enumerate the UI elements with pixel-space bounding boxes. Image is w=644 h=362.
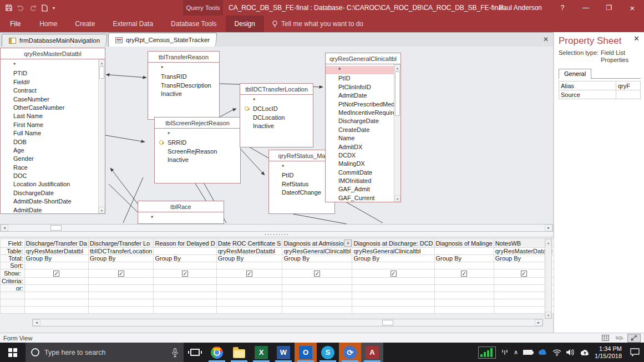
table-box-tbltransferreason[interactable]: tblTransferReason*TransRIDTransRDescript… — [148, 51, 220, 120]
field-item[interactable]: IMOInitiated — [326, 177, 394, 185]
show-checkbox[interactable]: ✓ — [118, 271, 124, 277]
field-item[interactable]: AdmitDate-ShortDate — [1, 197, 98, 206]
taskbar-file-explorer[interactable] — [228, 343, 250, 362]
field-item[interactable]: * — [148, 64, 219, 73]
field-item[interactable]: CreateDate — [326, 126, 394, 134]
field-item[interactable]: GAF_Current — [326, 194, 394, 202]
field-item[interactable]: * — [326, 66, 394, 74]
pane-splitter[interactable] — [0, 232, 553, 237]
table-box-tblscreenrejectreason[interactable]: tblScreenRejectReason*SRRIDScreenRejReas… — [154, 117, 241, 183]
property-value[interactable] — [616, 90, 641, 99]
close-button[interactable]: × — [621, 0, 644, 16]
table-box-title[interactable]: tblScreenRejectReason — [155, 118, 240, 129]
backup-cloud-icon[interactable] — [580, 349, 590, 356]
field-item[interactable]: First Name — [1, 121, 98, 129]
field-item[interactable]: PtClinInfoID — [326, 83, 394, 91]
undo-icon[interactable] — [17, 5, 24, 11]
scroll-right-icon[interactable]: ▸ — [535, 319, 542, 326]
field-item[interactable]: AdmitDate — [326, 91, 394, 100]
grid-cell[interactable] — [88, 299, 154, 307]
scroll-up-icon[interactable]: ▴ — [394, 64, 400, 71]
grid-cell[interactable] — [154, 292, 216, 299]
field-item[interactable]: TransRDescription — [148, 81, 219, 90]
field-item[interactable]: * — [138, 214, 224, 222]
grid-cell[interactable] — [154, 299, 216, 307]
battery-icon[interactable] — [523, 350, 533, 355]
field-item[interactable]: Last Name — [1, 112, 98, 120]
grid-show-cell[interactable]: ✓ — [24, 269, 88, 278]
table-box-qryresmasterdatatbl[interactable]: qryResMasterDatatbl*PTIDField#ContractCa… — [0, 48, 105, 214]
grid-cell[interactable] — [434, 278, 494, 285]
taskbar-chrome[interactable] — [206, 343, 228, 362]
field-item[interactable]: DischargeDate — [326, 117, 394, 125]
grid-cell[interactable] — [154, 285, 216, 292]
start-button[interactable] — [0, 343, 26, 362]
scroll-left-icon[interactable]: ◂ — [33, 319, 40, 326]
grid-cell[interactable] — [154, 307, 216, 314]
grid-table-cell[interactable]: qryResMasterDatatbl — [24, 248, 88, 255]
tab-qryrpt-census-statetracker[interactable]: qryRpt_Census_StateTracker — [108, 33, 217, 47]
table-box-title[interactable]: tblIDCTransferLocation — [240, 84, 313, 95]
field-item[interactable]: CaseNumber — [1, 95, 98, 104]
field-item[interactable]: Location Justification — [1, 180, 98, 188]
grid-cell[interactable] — [216, 299, 282, 307]
show-checkbox[interactable]: ✓ — [314, 271, 320, 277]
field-item[interactable]: TransRID — [148, 73, 219, 81]
tab-frmdatabasemainnavigation[interactable]: frmDatabaseMainNavigation — [2, 34, 107, 47]
ribbon-tab-create[interactable]: Create — [66, 16, 104, 32]
grid-field-cell[interactable]: Diagnosis of Malinge — [434, 239, 494, 248]
scrollbar-thumb[interactable] — [382, 320, 393, 325]
grid-cell[interactable] — [352, 262, 434, 269]
show-checkbox[interactable]: ✓ — [182, 271, 188, 277]
design-view-button[interactable] — [627, 334, 641, 343]
grid-total-cell[interactable]: Group By — [88, 255, 154, 262]
taskbar-excel[interactable]: X — [250, 343, 272, 362]
field-list-scrollbar[interactable]: ▴▾ — [98, 59, 105, 213]
taskbar-word[interactable]: W — [272, 343, 295, 362]
help-button[interactable]: ? — [551, 0, 574, 16]
scrollbar-thumb[interactable] — [99, 67, 104, 79]
scroll-left-icon[interactable]: ◂ — [1, 225, 8, 231]
grid-show-cell[interactable]: ✓ — [282, 269, 352, 278]
grid-cell[interactable] — [352, 292, 434, 299]
grid-cell[interactable] — [434, 262, 494, 269]
minimize-button[interactable]: — — [574, 0, 597, 16]
field-item[interactable]: DOC — [1, 172, 98, 180]
show-checkbox[interactable]: ✓ — [521, 271, 527, 277]
grid-field-cell[interactable]: Reason for Delayed D — [154, 239, 216, 248]
grid-cell[interactable] — [24, 307, 88, 314]
grid-cell[interactable] — [352, 278, 434, 285]
scroll-up-icon[interactable]: ▴ — [99, 59, 105, 66]
field-item[interactable]: DCLocID — [240, 105, 313, 113]
taskbar-search-box[interactable]: Type here to search — [26, 343, 184, 362]
grid-cell[interactable] — [282, 278, 352, 285]
field-item[interactable]: * — [1, 61, 98, 69]
field-item[interactable]: ScreenRejReason — [155, 147, 240, 156]
field-item[interactable]: * — [155, 130, 240, 139]
taskbar-outlook[interactable]: O — [295, 343, 317, 362]
table-box-title[interactable]: tblRace — [138, 201, 224, 212]
grid-cell[interactable] — [24, 285, 88, 292]
grid-field-cell[interactable]: Date ROC Certificate S — [216, 239, 282, 248]
show-checkbox[interactable]: ✓ — [246, 271, 252, 277]
grid-table-cell[interactable]: qryResGeneralClinicaltbl — [282, 248, 352, 255]
wifi-icon[interactable] — [552, 349, 561, 356]
field-item[interactable]: Full Name — [1, 129, 98, 137]
field-item[interactable]: Gender — [1, 155, 98, 163]
grid-cell[interactable] — [352, 285, 434, 292]
grid-show-cell[interactable]: ✓ — [352, 269, 434, 278]
grid-field-cell[interactable]: Discharge/Transfer Lo — [88, 239, 154, 248]
ribbon-tab-home[interactable]: Home — [31, 16, 66, 32]
tell-me-box[interactable]: Tell me what you want to do — [264, 16, 371, 32]
action-center-icon[interactable] — [630, 348, 640, 356]
grid-vertical-scrollbar[interactable]: ▴ ▾ — [545, 238, 552, 319]
scroll-down-icon[interactable]: ▾ — [99, 207, 105, 213]
table-box-title[interactable]: tblTransferReason — [148, 52, 219, 63]
grid-table-cell[interactable] — [434, 248, 494, 255]
show-checkbox[interactable]: ✓ — [461, 271, 467, 277]
grid-show-cell[interactable]: ✓ — [154, 269, 216, 278]
taskbar-skype-sync[interactable]: ⟳ — [339, 343, 361, 362]
grid-field-cell[interactable]: Discharge/Transfer Da — [24, 239, 88, 248]
grid-cell[interactable] — [216, 307, 282, 314]
show-checkbox[interactable]: ✓ — [53, 271, 59, 277]
